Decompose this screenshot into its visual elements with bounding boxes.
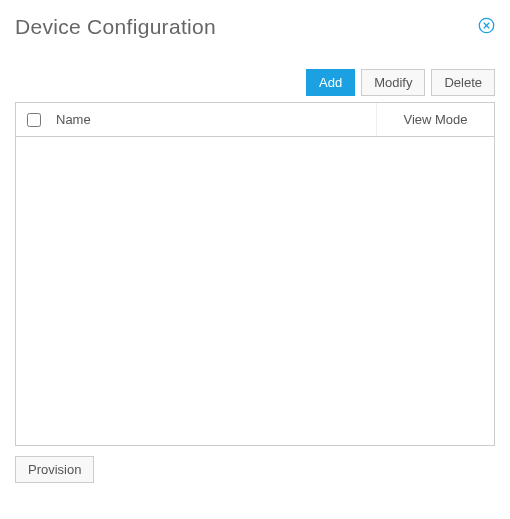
device-table: Name View Mode <box>15 102 495 446</box>
toolbar: Add Modify Delete <box>15 69 495 96</box>
close-icon[interactable] <box>478 17 495 34</box>
column-header-name[interactable]: Name <box>52 112 376 127</box>
select-all-checkbox[interactable] <box>27 113 41 127</box>
delete-button[interactable]: Delete <box>431 69 495 96</box>
add-button[interactable]: Add <box>306 69 355 96</box>
provision-button[interactable]: Provision <box>15 456 94 483</box>
column-header-viewmode[interactable]: View Mode <box>376 103 494 136</box>
table-body <box>16 137 494 445</box>
dialog-title: Device Configuration <box>15 15 216 39</box>
table-header-row: Name View Mode <box>16 103 494 137</box>
select-all-cell <box>16 113 52 127</box>
modify-button[interactable]: Modify <box>361 69 425 96</box>
